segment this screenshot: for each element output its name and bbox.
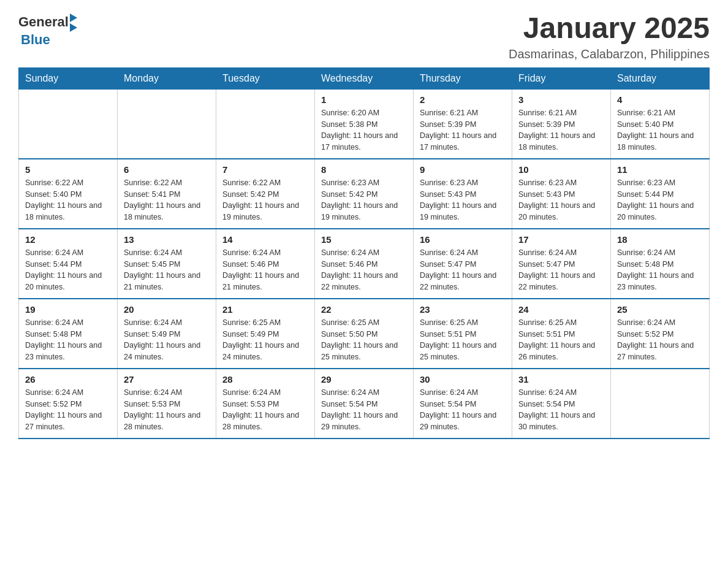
calendar-cell: 31Sunrise: 6:24 AMSunset: 5:54 PMDayligh… (512, 369, 611, 439)
day-number: 2 (420, 94, 506, 105)
calendar-cell: 4Sunrise: 6:21 AMSunset: 5:40 PMDaylight… (611, 89, 710, 159)
calendar-cell: 29Sunrise: 6:24 AMSunset: 5:54 PMDayligh… (315, 369, 414, 439)
calendar-cell: 22Sunrise: 6:25 AMSunset: 5:50 PMDayligh… (315, 299, 414, 369)
day-number: 20 (124, 304, 210, 315)
calendar-cell: 21Sunrise: 6:25 AMSunset: 5:49 PMDayligh… (216, 299, 315, 369)
day-info: Sunrise: 6:25 AMSunset: 5:51 PMDaylight:… (420, 317, 506, 363)
calendar-header-monday: Monday (118, 67, 216, 89)
day-info: Sunrise: 6:23 AMSunset: 5:42 PMDaylight:… (321, 177, 407, 223)
day-number: 4 (617, 94, 703, 105)
day-number: 31 (518, 374, 604, 385)
calendar-cell (19, 89, 118, 159)
day-number: 29 (321, 374, 407, 385)
day-info: Sunrise: 6:23 AMSunset: 5:43 PMDaylight:… (518, 177, 604, 223)
calendar-cell: 8Sunrise: 6:23 AMSunset: 5:42 PMDaylight… (315, 159, 414, 229)
calendar-cell: 28Sunrise: 6:24 AMSunset: 5:53 PMDayligh… (216, 369, 315, 439)
calendar-week-3: 12Sunrise: 6:24 AMSunset: 5:44 PMDayligh… (19, 229, 710, 299)
calendar-cell: 26Sunrise: 6:24 AMSunset: 5:52 PMDayligh… (19, 369, 118, 439)
calendar-cell: 1Sunrise: 6:20 AMSunset: 5:38 PMDaylight… (315, 89, 414, 159)
calendar-cell: 6Sunrise: 6:22 AMSunset: 5:41 PMDaylight… (118, 159, 216, 229)
day-info: Sunrise: 6:24 AMSunset: 5:54 PMDaylight:… (420, 387, 506, 433)
calendar-header-friday: Friday (512, 67, 611, 89)
day-info: Sunrise: 6:24 AMSunset: 5:46 PMDaylight:… (321, 247, 407, 293)
day-info: Sunrise: 6:24 AMSunset: 5:48 PMDaylight:… (617, 247, 703, 293)
calendar-week-5: 26Sunrise: 6:24 AMSunset: 5:52 PMDayligh… (19, 369, 710, 439)
calendar-week-2: 5Sunrise: 6:22 AMSunset: 5:40 PMDaylight… (19, 159, 710, 229)
day-info: Sunrise: 6:24 AMSunset: 5:52 PMDaylight:… (25, 387, 111, 433)
day-info: Sunrise: 6:24 AMSunset: 5:49 PMDaylight:… (124, 317, 210, 363)
calendar-cell: 30Sunrise: 6:24 AMSunset: 5:54 PMDayligh… (414, 369, 512, 439)
calendar-cell: 19Sunrise: 6:24 AMSunset: 5:48 PMDayligh… (19, 299, 118, 369)
calendar-header-thursday: Thursday (414, 67, 512, 89)
day-number: 22 (321, 304, 407, 315)
day-number: 30 (420, 374, 506, 385)
day-number: 14 (222, 234, 308, 245)
day-info: Sunrise: 6:21 AMSunset: 5:39 PMDaylight:… (420, 107, 506, 153)
day-info: Sunrise: 6:21 AMSunset: 5:39 PMDaylight:… (518, 107, 604, 153)
day-info: Sunrise: 6:24 AMSunset: 5:44 PMDaylight:… (25, 247, 111, 293)
calendar-week-4: 19Sunrise: 6:24 AMSunset: 5:48 PMDayligh… (19, 299, 710, 369)
day-info: Sunrise: 6:24 AMSunset: 5:54 PMDaylight:… (321, 387, 407, 433)
day-info: Sunrise: 6:23 AMSunset: 5:44 PMDaylight:… (617, 177, 703, 223)
calendar-cell: 14Sunrise: 6:24 AMSunset: 5:46 PMDayligh… (216, 229, 315, 299)
day-number: 21 (222, 304, 308, 315)
calendar-cell (611, 369, 710, 439)
calendar-cell: 2Sunrise: 6:21 AMSunset: 5:39 PMDaylight… (414, 89, 512, 159)
day-number: 8 (321, 164, 407, 175)
logo-blue: Blue (21, 32, 50, 48)
day-info: Sunrise: 6:25 AMSunset: 5:50 PMDaylight:… (321, 317, 407, 363)
day-info: Sunrise: 6:24 AMSunset: 5:47 PMDaylight:… (518, 247, 604, 293)
calendar-cell: 16Sunrise: 6:24 AMSunset: 5:47 PMDayligh… (414, 229, 512, 299)
day-number: 7 (222, 164, 308, 175)
logo: General Blue (18, 12, 77, 48)
day-number: 25 (617, 304, 703, 315)
day-number: 10 (518, 164, 604, 175)
day-info: Sunrise: 6:22 AMSunset: 5:41 PMDaylight:… (124, 177, 210, 223)
day-number: 16 (420, 234, 506, 245)
day-number: 6 (124, 164, 210, 175)
day-info: Sunrise: 6:24 AMSunset: 5:53 PMDaylight:… (222, 387, 308, 433)
day-number: 5 (25, 164, 111, 175)
calendar-header-saturday: Saturday (611, 67, 710, 89)
location: Dasmarinas, Calabarzon, Philippines (509, 47, 710, 61)
day-info: Sunrise: 6:25 AMSunset: 5:51 PMDaylight:… (518, 317, 604, 363)
day-info: Sunrise: 6:24 AMSunset: 5:52 PMDaylight:… (617, 317, 703, 363)
day-info: Sunrise: 6:22 AMSunset: 5:40 PMDaylight:… (25, 177, 111, 223)
day-number: 17 (518, 234, 604, 245)
calendar-cell: 20Sunrise: 6:24 AMSunset: 5:49 PMDayligh… (118, 299, 216, 369)
calendar-header-tuesday: Tuesday (216, 67, 315, 89)
day-number: 26 (25, 374, 111, 385)
day-number: 27 (124, 374, 210, 385)
calendar-cell: 11Sunrise: 6:23 AMSunset: 5:44 PMDayligh… (611, 159, 710, 229)
day-number: 13 (124, 234, 210, 245)
day-number: 19 (25, 304, 111, 315)
calendar-cell: 27Sunrise: 6:24 AMSunset: 5:53 PMDayligh… (118, 369, 216, 439)
day-number: 15 (321, 234, 407, 245)
calendar-cell: 3Sunrise: 6:21 AMSunset: 5:39 PMDaylight… (512, 89, 611, 159)
day-info: Sunrise: 6:24 AMSunset: 5:54 PMDaylight:… (518, 387, 604, 433)
day-info: Sunrise: 6:24 AMSunset: 5:48 PMDaylight:… (25, 317, 111, 363)
calendar-cell: 10Sunrise: 6:23 AMSunset: 5:43 PMDayligh… (512, 159, 611, 229)
calendar-header-sunday: Sunday (19, 67, 118, 89)
day-info: Sunrise: 6:24 AMSunset: 5:45 PMDaylight:… (124, 247, 210, 293)
day-number: 1 (321, 94, 407, 105)
calendar-cell: 13Sunrise: 6:24 AMSunset: 5:45 PMDayligh… (118, 229, 216, 299)
day-info: Sunrise: 6:20 AMSunset: 5:38 PMDaylight:… (321, 107, 407, 153)
calendar-cell: 18Sunrise: 6:24 AMSunset: 5:48 PMDayligh… (611, 229, 710, 299)
month-title: January 2025 (509, 12, 710, 45)
calendar-cell (118, 89, 216, 159)
calendar-cell: 9Sunrise: 6:23 AMSunset: 5:43 PMDaylight… (414, 159, 512, 229)
calendar-cell: 23Sunrise: 6:25 AMSunset: 5:51 PMDayligh… (414, 299, 512, 369)
calendar-cell: 24Sunrise: 6:25 AMSunset: 5:51 PMDayligh… (512, 299, 611, 369)
day-info: Sunrise: 6:25 AMSunset: 5:49 PMDaylight:… (222, 317, 308, 363)
day-number: 24 (518, 304, 604, 315)
calendar: SundayMondayTuesdayWednesdayThursdayFrid… (18, 67, 710, 439)
calendar-cell: 5Sunrise: 6:22 AMSunset: 5:40 PMDaylight… (19, 159, 118, 229)
logo-general: General (18, 14, 69, 30)
calendar-cell (216, 89, 315, 159)
calendar-cell: 25Sunrise: 6:24 AMSunset: 5:52 PMDayligh… (611, 299, 710, 369)
day-number: 12 (25, 234, 111, 245)
day-info: Sunrise: 6:24 AMSunset: 5:53 PMDaylight:… (124, 387, 210, 433)
calendar-cell: 12Sunrise: 6:24 AMSunset: 5:44 PMDayligh… (19, 229, 118, 299)
calendar-header-wednesday: Wednesday (315, 67, 414, 89)
